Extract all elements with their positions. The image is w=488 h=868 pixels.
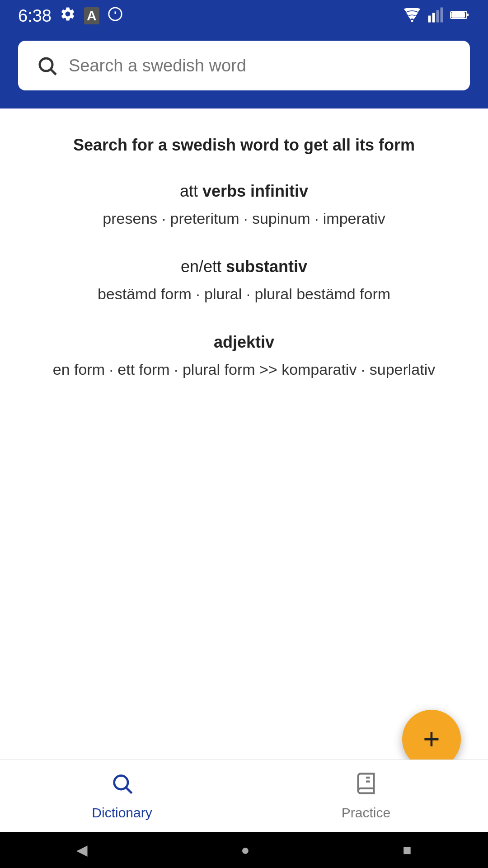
nav-dictionary[interactable]: Dictionary — [0, 772, 244, 821]
header — [0, 32, 488, 108]
search-bar[interactable] — [18, 41, 470, 90]
verb-title: att verbs infinitiv — [18, 182, 470, 201]
wifi-icon — [403, 8, 421, 24]
svg-point-3 — [411, 20, 413, 22]
svg-point-11 — [40, 58, 52, 71]
battery-icon — [450, 9, 470, 23]
status-bar: 6:38 A — [0, 0, 488, 32]
svg-rect-7 — [441, 8, 443, 23]
home-button[interactable]: ● — [241, 842, 249, 859]
search-icon — [36, 55, 58, 76]
nav-practice[interactable]: Practice — [244, 772, 488, 821]
svg-rect-9 — [467, 14, 469, 16]
svg-rect-10 — [451, 12, 465, 18]
substantiv-title: en/ett substantiv — [18, 257, 470, 276]
main-content: Search for a swedish word to get all its… — [0, 108, 488, 381]
verb-block: att verbs infinitiv presens · preteritum… — [18, 182, 470, 230]
adjektiv-title: adjektiv — [18, 333, 470, 352]
android-nav: ◀ ● ■ — [0, 832, 488, 868]
svg-rect-4 — [428, 16, 431, 23]
search-input[interactable] — [69, 56, 452, 75]
svg-line-12 — [51, 70, 56, 75]
nav-practice-label: Practice — [342, 805, 390, 821]
status-bar-left: 6:38 A — [18, 6, 123, 26]
svg-line-14 — [127, 788, 132, 793]
verb-forms: presens · preteritum · supinum · imperat… — [18, 207, 470, 230]
recent-button[interactable]: ■ — [403, 842, 411, 859]
substantiv-prefix: en/ett — [181, 257, 226, 276]
substantiv-name: substantiv — [226, 257, 307, 276]
circle-status-icon — [108, 6, 123, 25]
bottom-nav: Dictionary Practice — [0, 760, 488, 832]
dictionary-icon — [110, 772, 134, 801]
adjektiv-name: adjektiv — [214, 333, 274, 351]
verb-prefix: att — [180, 182, 202, 200]
settings-icon — [60, 6, 76, 26]
svg-rect-6 — [436, 10, 439, 23]
practice-icon — [354, 772, 378, 801]
svg-rect-5 — [432, 13, 435, 23]
substantiv-forms: bestämd form · plural · plural bestämd f… — [18, 283, 470, 306]
nav-dictionary-label: Dictionary — [92, 805, 152, 821]
back-button[interactable]: ◀ — [76, 841, 88, 859]
intro-text: Search for a swedish word to get all its… — [18, 136, 470, 155]
adjektiv-forms: en form · ett form · plural form >> komp… — [18, 358, 470, 381]
adjektiv-block: adjektiv en form · ett form · plural for… — [18, 333, 470, 381]
svg-point-13 — [114, 775, 128, 789]
a-icon: A — [84, 7, 99, 24]
verb-name: verbs infinitiv — [202, 182, 308, 200]
fab-plus-icon: + — [423, 725, 440, 754]
signal-icon — [427, 7, 444, 25]
status-time: 6:38 — [18, 6, 52, 26]
status-bar-right — [403, 7, 470, 25]
substantiv-block: en/ett substantiv bestämd form · plural … — [18, 257, 470, 306]
